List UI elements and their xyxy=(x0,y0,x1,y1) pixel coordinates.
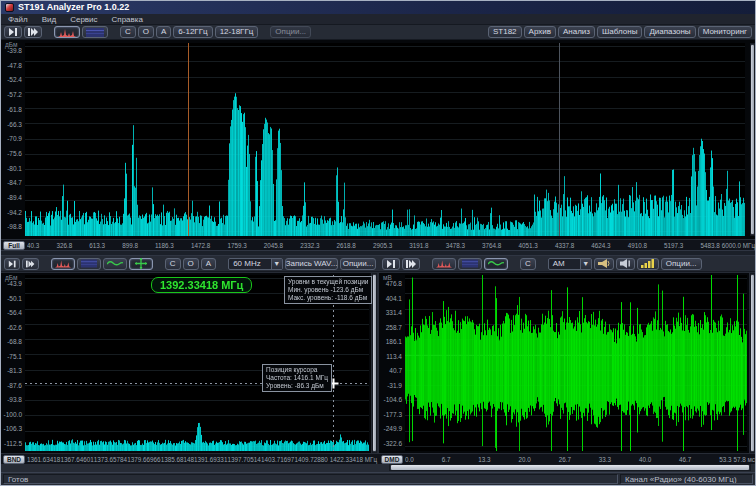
cursor-info-title: Позиция курсора xyxy=(266,366,328,374)
tool-button[interactable]: Мониторинг xyxy=(698,26,752,38)
x-tick-label: 4337.8 xyxy=(555,242,574,249)
zoom-vertical-scrollbar[interactable] xyxy=(372,273,377,453)
main-x-ticks: 40.3326.8613.3899.81186.31472.81759.3204… xyxy=(27,242,720,249)
x-tick-label: 4910.8 xyxy=(628,242,647,249)
spectrum-view-button[interactable] xyxy=(432,258,456,270)
menu-item[interactable]: Файл xyxy=(1,14,35,25)
wave-icon xyxy=(488,259,504,268)
spectrum-view-button[interactable] xyxy=(51,258,75,270)
y-tick-label: -94.2 xyxy=(7,210,22,217)
play-pause-button[interactable] xyxy=(4,258,20,270)
x-tick-label: 1379.66966 xyxy=(127,456,160,463)
x-tick-label: 4624.3 xyxy=(591,242,610,249)
y-tick-label: -61.8 xyxy=(7,107,22,114)
x-tick-label: 3764.8 xyxy=(482,242,501,249)
y-tick-label: -100.0 xyxy=(4,412,22,419)
menu-item[interactable]: Вид xyxy=(35,14,63,25)
y-tick-label: -112.5 xyxy=(4,441,22,448)
step-forward-button[interactable] xyxy=(22,258,38,270)
y-tick-label: -106.3 xyxy=(4,426,22,433)
zoom-range-badge[interactable]: BND xyxy=(3,455,25,464)
demod-waveform-plot[interactable] xyxy=(405,275,747,451)
mode-button[interactable]: А xyxy=(201,258,216,270)
mode-button[interactable]: О xyxy=(138,26,154,38)
options-button-top[interactable]: Опции... xyxy=(270,26,311,38)
record-wav-button[interactable]: Запись WAV... xyxy=(285,258,338,270)
mode-button[interactable]: С xyxy=(120,26,136,38)
y-tick-label: -70.9 xyxy=(7,136,22,143)
play-pause-button[interactable] xyxy=(382,258,400,270)
mode-button-group: СОА xyxy=(165,258,216,270)
main-vertical-scrollbar[interactable] xyxy=(750,43,755,236)
tool-button[interactable]: Архив xyxy=(524,26,556,38)
x-tick-label: 2045.8 xyxy=(264,242,283,249)
y-tick-label: 258.7 xyxy=(386,325,402,332)
level-meter-button[interactable] xyxy=(637,258,659,270)
x-tick-label: 2905.3 xyxy=(373,242,392,249)
demod-vertical-scrollbar[interactable] xyxy=(750,273,755,453)
top-toolbar: СОА 6-12ГГц12-18ГГц Опции... ST182АрхивА… xyxy=(1,25,755,40)
mode-button[interactable]: А xyxy=(156,26,171,38)
cursor-info-level: Уровень: -86.3 дБм xyxy=(266,382,328,390)
waveform-view-button[interactable] xyxy=(484,258,508,270)
y-tick-label: -62.6 xyxy=(7,325,22,332)
horn-output-button[interactable] xyxy=(594,258,614,270)
waterfall-icon xyxy=(462,259,478,268)
spectrum-view-button[interactable] xyxy=(54,26,80,38)
menu-item[interactable]: Справка xyxy=(105,14,150,25)
step-forward-button[interactable] xyxy=(402,258,420,270)
x-tick-label: 1373.65784 xyxy=(94,456,127,463)
main-spectrum-plot[interactable] xyxy=(25,43,745,236)
main-range-badge[interactable]: Full xyxy=(3,241,25,250)
x-tick-label: 1367.64601 xyxy=(60,456,93,463)
waterfall-view-button[interactable] xyxy=(77,258,101,270)
tuned-frequency-label[interactable]: 1392.33418 МГц xyxy=(151,277,252,293)
y-tick-label: -56.4 xyxy=(7,310,22,317)
tool-button[interactable]: Шаблоны xyxy=(597,26,642,38)
x-tick-label: 2618.8 xyxy=(337,242,356,249)
demod-x-edge-label: 57.8 мс xyxy=(732,456,756,463)
mode-button[interactable]: О xyxy=(183,258,199,270)
step-forward-icon xyxy=(28,28,38,36)
levels-info-min: Мин. уровень -123.6 дБм xyxy=(288,286,368,294)
x-tick-label: 5483.8 xyxy=(700,242,719,249)
demod-range-badge[interactable]: DMD xyxy=(381,455,403,464)
x-tick-label: 40.0 xyxy=(639,456,651,463)
x-tick-label: 20.0 xyxy=(518,456,530,463)
menu-item[interactable]: Сервис xyxy=(63,14,104,25)
band-button[interactable]: 6-12ГГц xyxy=(173,26,212,38)
demod-x-ticks: 0.06.713.320.026.733.340.046.753.3 xyxy=(405,456,732,463)
play-pause-button[interactable] xyxy=(4,26,22,38)
mode-button[interactable]: С xyxy=(165,258,181,270)
spectrum-icon xyxy=(58,28,76,37)
tool-button[interactable]: Диапазоны xyxy=(644,26,695,38)
x-tick-label: 46.7 xyxy=(679,456,691,463)
speaker-button[interactable] xyxy=(616,258,635,270)
level-bars-icon xyxy=(641,259,655,268)
x-tick-label: 53.3 xyxy=(719,456,731,463)
title-bar[interactable]: ST191 Analyzer Pro 1.0.22 xyxy=(1,1,755,14)
tool-button[interactable]: ST182 xyxy=(488,26,522,38)
levels-info-max: Макс. уровень: -118.6 дБм xyxy=(288,294,368,302)
y-tick-label: 186.1 xyxy=(386,339,402,346)
tool-button[interactable]: Анализ xyxy=(558,26,595,38)
waterfall-view-button[interactable] xyxy=(458,258,482,270)
smooth-trace-button[interactable] xyxy=(103,258,127,270)
step-forward-button[interactable] xyxy=(24,26,42,38)
zoom-x-axis: BND 1361.634181367.646011373.657841379.6… xyxy=(1,453,379,464)
waterfall-view-button[interactable] xyxy=(82,26,108,38)
y-tick-label: 40.7 xyxy=(389,368,402,375)
y-tick-label: -98.8 xyxy=(7,224,22,231)
chevron-down-icon: ▼ xyxy=(271,259,282,269)
options-button-zoom[interactable]: Опции... xyxy=(340,258,376,270)
x-tick-label: 2332.3 xyxy=(300,242,319,249)
mode-button[interactable]: С xyxy=(520,258,536,270)
band-button[interactable]: 12-18ГГц xyxy=(215,26,259,38)
play-pause-icon xyxy=(8,28,18,36)
options-button-demod[interactable]: Опции... xyxy=(661,258,702,270)
cursor-mode-button[interactable] xyxy=(129,258,153,270)
demod-horizontal-scrollbar[interactable] xyxy=(389,464,751,471)
span-dropdown[interactable]: 60 MHz ▼ xyxy=(228,258,283,270)
demod-mode-dropdown[interactable]: AM ▼ xyxy=(548,258,592,270)
wave-icon xyxy=(107,259,123,268)
